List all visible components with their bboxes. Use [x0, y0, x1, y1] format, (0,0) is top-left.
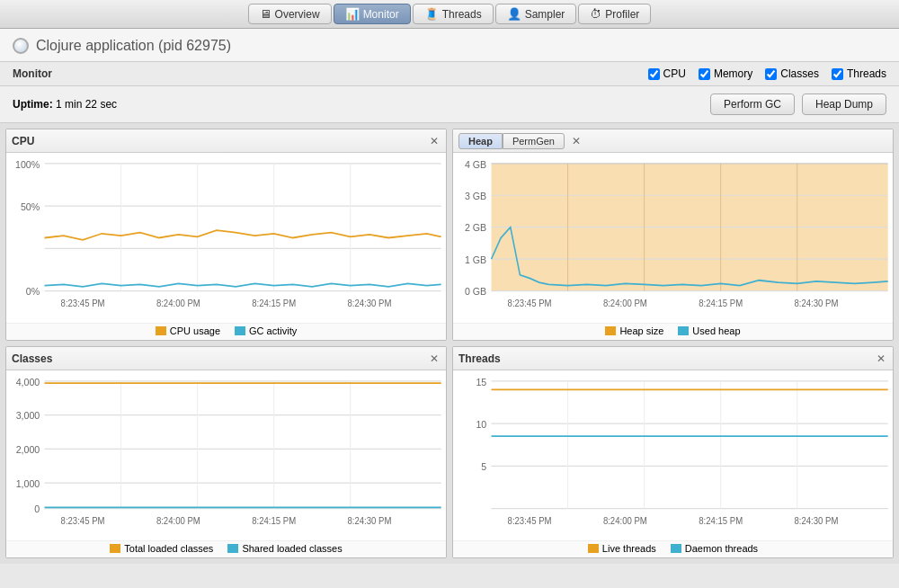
svg-text:15: 15 [476, 376, 486, 388]
cpu-usage-color [156, 326, 166, 335]
sampler-icon: 👤 [507, 7, 521, 21]
threads-chart-legend: Live threads Daemon threads [453, 540, 893, 557]
used-heap-label: Used heap [692, 325, 740, 336]
checkbox-cpu[interactable]: CPU [648, 67, 686, 80]
gc-activity-legend: GC activity [235, 325, 297, 336]
classes-chart-svg: 4,000 3,000 2,000 1,000 0 8:23:45 PM 8:2… [6, 370, 446, 540]
checkbox-classes[interactable]: Classes [765, 67, 819, 80]
classes-chart-legend: Total loaded classes Shared loaded class… [6, 540, 446, 557]
cpu-label: CPU [663, 67, 686, 80]
live-threads-label: Live threads [602, 543, 656, 554]
svg-text:5: 5 [481, 461, 486, 473]
svg-text:8:24:30 PM: 8:24:30 PM [348, 516, 392, 527]
checkbox-memory[interactable]: Memory [699, 67, 752, 80]
heap-chart-panel: Heap PermGen ✕ 4 GB [452, 129, 894, 341]
tab-threads-label: Threads [442, 8, 482, 21]
svg-text:4,000: 4,000 [16, 376, 40, 388]
svg-text:8:23:45 PM: 8:23:45 PM [61, 516, 105, 527]
cpu-chart-body: 100% 50% 0% 8:23:45 PM 8:24:00 PM 8:24:1… [6, 153, 446, 323]
tab-sampler-label: Sampler [525, 8, 565, 21]
threads-icon: 🧵 [424, 7, 439, 21]
heap-size-label: Heap size [619, 325, 663, 336]
svg-text:8:24:15 PM: 8:24:15 PM [699, 298, 743, 309]
app-name: Clojure application [36, 38, 155, 53]
threads-chart-header: Threads ✕ [453, 347, 893, 370]
svg-text:8:24:30 PM: 8:24:30 PM [795, 298, 839, 309]
heap-close-button[interactable]: ✕ [570, 136, 583, 147]
total-classes-color [110, 544, 120, 553]
cpu-checkbox[interactable] [648, 68, 660, 80]
heap-tab-permgen[interactable]: PermGen [503, 133, 565, 149]
tab-monitor[interactable]: 📊 Monitor [334, 4, 411, 24]
charts-grid: CPU ✕ 100% 50% 0% [0, 123, 899, 564]
uptime-value: 1 min 22 sec [56, 98, 117, 111]
heap-chart-body: 4 GB 3 GB 2 GB 1 GB 0 GB 8:23:45 PM 8:24… [453, 153, 893, 323]
uptime-label: Uptime: [13, 98, 53, 111]
perform-gc-button[interactable]: Perform GC [710, 94, 795, 115]
svg-text:4 GB: 4 GB [465, 158, 486, 170]
gc-activity-label: GC activity [249, 325, 297, 336]
uptime-row: Uptime: 1 min 22 sec Perform GC Heap Dum… [0, 86, 899, 123]
cpu-chart-svg: 100% 50% 0% 8:23:45 PM 8:24:00 PM 8:24:1… [6, 153, 446, 323]
svg-text:8:23:45 PM: 8:23:45 PM [508, 516, 552, 527]
heap-chart-header: Heap PermGen ✕ [453, 129, 893, 153]
checkbox-threads[interactable]: Threads [832, 67, 886, 80]
used-heap-legend: Used heap [678, 325, 740, 336]
used-heap-color [678, 326, 689, 335]
shared-classes-color [227, 544, 238, 553]
heap-dump-button[interactable]: Heap Dump [802, 94, 886, 115]
classes-chart-panel: Classes ✕ 4,000 3,000 2,000 1,000 0 [5, 346, 447, 558]
heap-tab-heap[interactable]: Heap [458, 133, 503, 149]
monitor-header: Monitor CPU Memory Classes Threads [0, 62, 899, 86]
svg-text:0 GB: 0 GB [465, 286, 486, 298]
cpu-usage-legend: CPU usage [156, 325, 220, 336]
svg-text:8:24:00 PM: 8:24:00 PM [156, 516, 200, 527]
svg-text:8:24:00 PM: 8:24:00 PM [603, 298, 647, 309]
tab-bar: 🖥 Overview 📊 Monitor 🧵 Threads 👤 Sampler… [0, 0, 899, 29]
svg-text:1 GB: 1 GB [465, 254, 486, 265]
svg-text:2,000: 2,000 [16, 444, 40, 456]
shared-classes-legend: Shared loaded classes [227, 543, 342, 554]
profiler-icon: ⏱ [590, 7, 601, 21]
memory-label: Memory [714, 67, 752, 80]
daemon-threads-label: Daemon threads [685, 543, 758, 554]
total-classes-legend: Total loaded classes [110, 543, 213, 554]
threads-chart-panel: Threads ✕ 15 10 5 [452, 346, 894, 558]
svg-text:8:24:00 PM: 8:24:00 PM [603, 516, 647, 527]
shared-classes-label: Shared loaded classes [242, 543, 342, 554]
live-threads-color [588, 544, 599, 553]
classes-close-button[interactable]: ✕ [428, 353, 441, 364]
tab-threads[interactable]: 🧵 Threads [413, 4, 494, 24]
svg-text:100%: 100% [15, 158, 40, 170]
classes-chart-body: 4,000 3,000 2,000 1,000 0 8:23:45 PM 8:2… [6, 370, 446, 540]
classes-chart-header: Classes ✕ [6, 347, 446, 370]
heap-tabs: Heap PermGen [458, 133, 565, 149]
gc-activity-color [235, 326, 245, 335]
app-icon [13, 38, 29, 54]
tab-overview[interactable]: 🖥 Overview [248, 4, 332, 24]
svg-text:8:24:15 PM: 8:24:15 PM [699, 516, 743, 527]
action-buttons: Perform GC Heap Dump [710, 94, 886, 115]
svg-text:8:24:00 PM: 8:24:00 PM [156, 298, 200, 309]
cpu-chart-legend: CPU usage GC activity [6, 323, 446, 340]
memory-checkbox[interactable] [699, 68, 710, 80]
cpu-close-button[interactable]: ✕ [428, 136, 441, 147]
tab-monitor-label: Monitor [363, 8, 399, 21]
svg-text:0%: 0% [26, 286, 40, 298]
daemon-threads-color [671, 544, 681, 553]
tab-sampler[interactable]: 👤 Sampler [495, 4, 577, 24]
threads-checkbox[interactable] [832, 68, 843, 80]
classes-checkbox[interactable] [765, 68, 777, 80]
threads-label: Threads [847, 67, 886, 80]
threads-chart-svg: 15 10 5 8:23:45 PM 8:24:00 PM 8:24:15 PM… [453, 370, 893, 540]
live-threads-legend: Live threads [588, 543, 656, 554]
threads-close-button[interactable]: ✕ [875, 353, 887, 364]
tab-profiler-label: Profiler [605, 8, 639, 21]
tab-profiler[interactable]: ⏱ Profiler [578, 4, 651, 24]
svg-text:8:24:15 PM: 8:24:15 PM [252, 516, 296, 527]
heap-size-color [605, 326, 616, 335]
cpu-usage-label: CPU usage [170, 325, 220, 336]
tab-overview-label: Overview [275, 8, 320, 21]
daemon-threads-legend: Daemon threads [671, 543, 758, 554]
threads-chart-title: Threads [458, 352, 875, 365]
